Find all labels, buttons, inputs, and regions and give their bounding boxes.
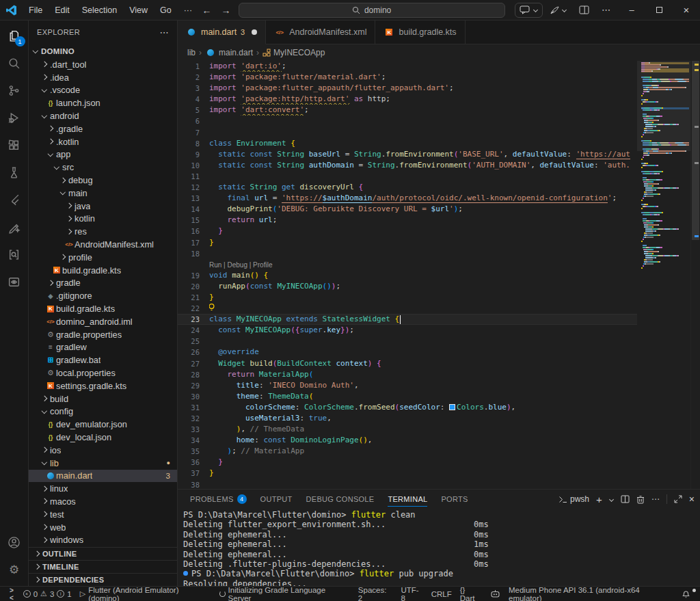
chevron-down-icon[interactable]: [609, 497, 614, 502]
tree-item-.idea[interactable]: .idea: [29, 71, 177, 84]
tree-item-web[interactable]: web: [29, 521, 177, 534]
code-editor[interactable]: 1import 'dart:io';2import 'package:flutt…: [178, 61, 700, 489]
code-line[interactable]: 10 static const String authDomain = Stri…: [178, 160, 700, 171]
source-control-icon[interactable]: [0, 77, 29, 104]
code-line[interactable]: 5import 'dart:convert';: [178, 105, 700, 116]
indentation-status[interactable]: Spaces: 2: [354, 586, 397, 601]
editor-tab-build.gradle.kts[interactable]: Kbuild.gradle.kts: [375, 21, 465, 44]
code-line[interactable]: 16 }: [178, 226, 700, 237]
encoding-status[interactable]: UTF-8: [396, 586, 427, 601]
tree-item-src[interactable]: src: [29, 161, 177, 174]
breadcrumb-item[interactable]: lib: [187, 48, 196, 57]
code-line[interactable]: 13 final url = 'https://$authDomain/auth…: [178, 193, 700, 204]
tree-item-.kotlin[interactable]: .kotlin: [29, 135, 177, 148]
terminal[interactable]: PS D:\Data\Marcel\Flutter\domino> flutte…: [178, 509, 700, 586]
tree-item-ios[interactable]: ios: [29, 444, 177, 457]
tree-item-linux[interactable]: linux: [29, 482, 177, 495]
search-editor-icon[interactable]: [0, 241, 29, 268]
eol-status[interactable]: CRLF: [427, 590, 456, 598]
code-line[interactable]: 21}: [178, 292, 700, 303]
layout-toggle-button[interactable]: [574, 3, 594, 17]
command-center-search[interactable]: domino: [239, 3, 505, 18]
tree-item-app[interactable]: app: [29, 148, 177, 161]
tree-item-debug[interactable]: debug: [29, 174, 177, 187]
debug-target-status[interactable]: ▷ Flutter (Android Emulator) (domino): [76, 587, 215, 601]
code-line[interactable]: 27 Widget build(BuildContext context) {: [178, 358, 700, 369]
more-actions-button[interactable]: ⋯: [597, 2, 615, 18]
code-line[interactable]: 2import 'package:flutter/material.dart';: [178, 72, 700, 83]
breadcrumb[interactable]: lib›main.dart›MyINECOApp: [178, 44, 700, 61]
code-line[interactable]: 29 title: 'INECO Domino Auth',: [178, 380, 700, 391]
tree-item-gradle[interactable]: gradle: [29, 277, 177, 290]
new-terminal-button[interactable]: +: [596, 494, 602, 505]
tree-item-gradle.properties[interactable]: ⚙gradle.properties: [29, 328, 177, 341]
tree-item-launch.json[interactable]: {}launch.json: [29, 96, 177, 109]
code-line[interactable]: 12 static String get discoveryUrl {: [178, 182, 700, 193]
lightbulb-icon[interactable]: [209, 303, 215, 312]
section-timeline[interactable]: TIMELINE: [29, 560, 177, 573]
back-button[interactable]: ←: [200, 5, 214, 16]
code-line[interactable]: 31 colorScheme: ColorScheme.fromSeed(see…: [178, 402, 700, 413]
explorer-more-icon[interactable]: ⋯: [160, 27, 169, 38]
code-line[interactable]: 28 return MaterialApp(: [178, 369, 700, 380]
editor-tab-main.dart[interactable]: main.dart3: [178, 21, 266, 44]
code-line[interactable]: 17}: [178, 237, 700, 248]
explorer-icon[interactable]: 1: [0, 22, 29, 49]
breadcrumb-item[interactable]: MyINECOApp: [273, 48, 325, 57]
code-line[interactable]: 7: [178, 127, 700, 138]
remote-indicator[interactable]: ><: [5, 587, 19, 601]
code-line[interactable]: 26 @override: [178, 347, 700, 358]
code-line[interactable]: 25: [178, 336, 700, 347]
menu-item-go[interactable]: Go: [154, 3, 177, 17]
minimap-slider[interactable]: [637, 61, 690, 151]
preview-eye-icon[interactable]: [0, 268, 29, 295]
project-section-header[interactable]: DOMINO: [29, 44, 177, 58]
tree-item-main.dart[interactable]: main.dart3: [29, 470, 177, 483]
tree-item-AndroidManifest.xml[interactable]: </>AndroidManifest.xml: [29, 238, 177, 251]
run-debug-icon[interactable]: [0, 104, 29, 131]
panel-tab-ports[interactable]: PORTS: [434, 490, 474, 509]
tree-item-lib[interactable]: lib●: [29, 457, 177, 470]
minimap[interactable]: [637, 61, 690, 489]
code-line[interactable]: 3import 'package:flutter_appauth/flutter…: [178, 83, 700, 94]
code-line[interactable]: 8class Environment {: [178, 138, 700, 149]
tree-item-gradlew.bat[interactable]: ⊞gradlew.bat: [29, 353, 177, 366]
maximize-panel-icon[interactable]: [674, 495, 682, 503]
tree-item-.dart_tool[interactable]: .dart_tool: [29, 58, 177, 71]
tree-item-java[interactable]: java: [29, 200, 177, 213]
code-line[interactable]: 37}: [178, 468, 700, 479]
chat-button[interactable]: [515, 3, 543, 18]
tree-item-macos[interactable]: macos: [29, 495, 177, 508]
code-line[interactable]: 20 runApp(const MyINECOApp());: [178, 281, 700, 292]
panel-tab-problems[interactable]: PROBLEMS4: [183, 490, 254, 509]
tree-item-.vscode[interactable]: .vscode: [29, 84, 177, 97]
close-button[interactable]: ×: [673, 0, 700, 20]
tree-item-windows[interactable]: windows: [29, 533, 177, 546]
code-line[interactable]: 30 theme: ThemeData(: [178, 391, 700, 402]
account-icon[interactable]: [0, 529, 29, 556]
tree-item-config[interactable]: config: [29, 405, 177, 418]
maximize-button[interactable]: [645, 0, 673, 20]
minimize-button[interactable]: –: [618, 0, 645, 20]
notifications-bell[interactable]: [677, 589, 695, 598]
testing-icon[interactable]: [0, 159, 29, 186]
tree-item-kotlin[interactable]: kotlin: [29, 213, 177, 226]
forward-button[interactable]: →: [219, 5, 233, 16]
tree-item-build[interactable]: build: [29, 392, 177, 405]
device-status[interactable]: Medium Phone API 36.1 (android-x64 emula…: [504, 586, 677, 601]
code-line[interactable]: 33 ), // ThemeData: [178, 424, 700, 435]
menu-item-selection[interactable]: Selection: [77, 3, 122, 17]
panel-tab-debug-console[interactable]: DEBUG CONSOLE: [299, 490, 381, 509]
section-outline[interactable]: OUTLINE: [29, 547, 177, 560]
tree-item-dev_local.json[interactable]: {}dev_local.json: [29, 431, 177, 444]
tree-item-domino_android.iml[interactable]: </>domino_android.iml: [29, 315, 177, 328]
code-line[interactable]: 6: [178, 116, 700, 126]
tree-item-build.gradle.kts[interactable]: Kbuild.gradle.kts: [29, 302, 177, 315]
flutter-icon[interactable]: [0, 186, 29, 213]
code-line[interactable]: 36 }: [178, 457, 700, 468]
tree-item-.gitignore[interactable]: ◆.gitignore: [29, 289, 177, 302]
copilot-status[interactable]: [486, 589, 504, 598]
code-line[interactable]: 24 const MyINECOApp({super.key});: [178, 325, 700, 336]
menu-item-[interactable]: ···: [178, 3, 198, 17]
search-icon[interactable]: [0, 49, 29, 77]
